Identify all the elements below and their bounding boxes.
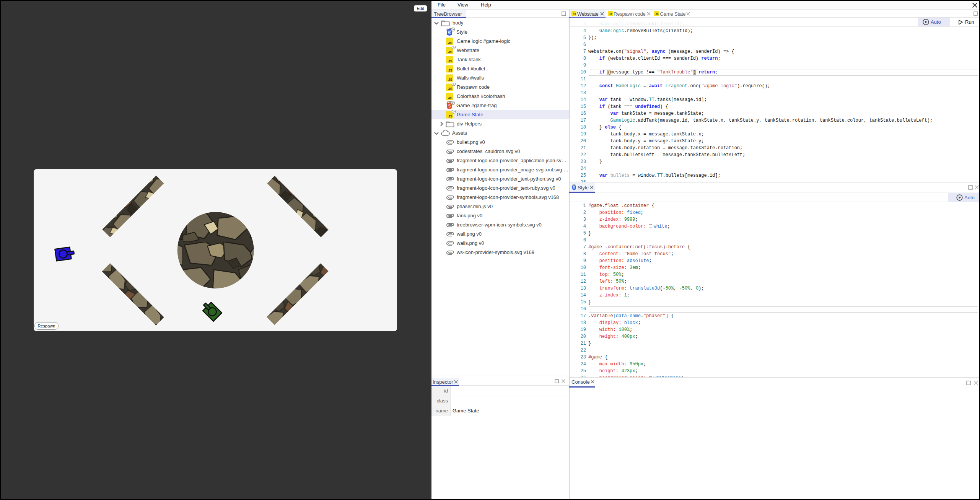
svg-text:JS: JS [609, 13, 613, 16]
svg-text:JS: JS [448, 114, 452, 118]
svg-text:JS: JS [448, 41, 452, 45]
svg-text:JS: JS [656, 13, 659, 16]
svg-text:CSS: CSS [448, 28, 451, 30]
svg-text:5: 5 [448, 104, 451, 108]
svg-text:JS: JS [448, 87, 452, 91]
svg-text:JS: JS [448, 68, 452, 72]
svg-text:JS: JS [448, 78, 452, 81]
svg-text:JS: JS [448, 96, 452, 100]
svg-text:JS: JS [448, 50, 452, 54]
svg-text:JS: JS [448, 59, 452, 63]
svg-text:JS: JS [573, 13, 576, 16]
